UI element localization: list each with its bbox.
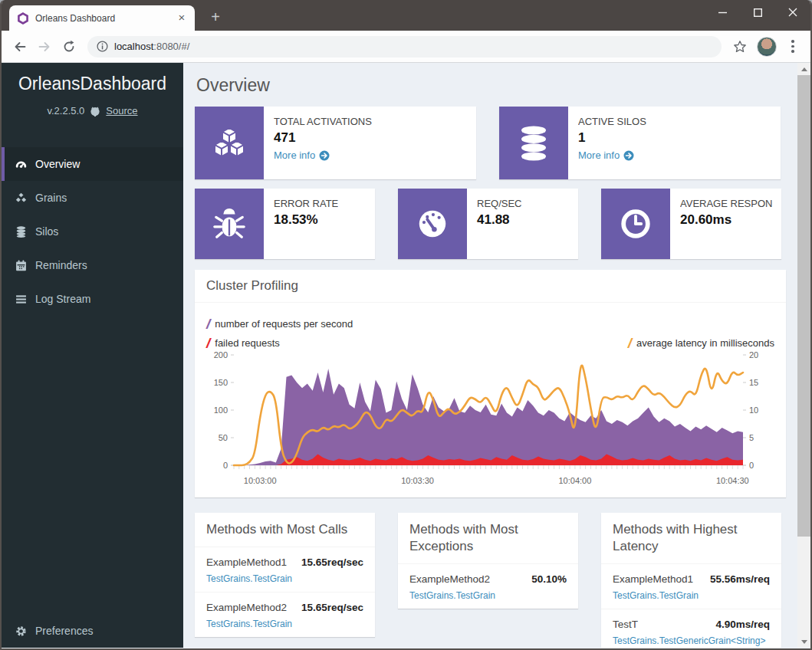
more-info-link[interactable]: More info xyxy=(578,149,646,161)
sidebar-item-label: Grains xyxy=(35,192,67,204)
legend-requests: / number of requests per second xyxy=(206,318,774,330)
stat-label: TOTAL ACTIVATIONS xyxy=(274,116,372,127)
page-scrollbar[interactable] xyxy=(797,63,810,648)
profile-avatar[interactable] xyxy=(757,37,777,57)
browser-toolbar: localhost:8080/#/ xyxy=(2,31,810,63)
stat-card-active-silos: ACTIVE SILOS 1 More info xyxy=(499,107,781,179)
method-entry: ExampleMethod250.10% TestGrains.TestGrai… xyxy=(398,564,578,609)
grain-link[interactable]: TestGrains.TestGrain xyxy=(409,590,567,601)
scrollbar-thumb[interactable] xyxy=(797,75,810,537)
svg-text:0: 0 xyxy=(749,461,754,470)
forward-button[interactable] xyxy=(32,34,57,59)
stat-card-body: AVERAGE RESPON... 20.60ms xyxy=(670,189,781,259)
method-value: 50.10% xyxy=(531,573,567,585)
clock-icon xyxy=(618,206,653,241)
stat-icon-box xyxy=(499,107,568,179)
sidebar-item-label: Overview xyxy=(35,158,80,170)
stat-row-2: ERROR RATE 18.53% xyxy=(195,189,786,259)
panel-title: Cluster Profiling xyxy=(195,270,786,303)
more-info-label: More info xyxy=(578,149,620,161)
forward-arrow-icon xyxy=(38,40,51,54)
app-root: OrleansDashboard v.2.2.5.0 Source xyxy=(2,63,810,648)
stat-card-average-response: AVERAGE RESPON... 20.60ms xyxy=(601,189,781,259)
reload-icon xyxy=(62,40,76,54)
gear-icon xyxy=(15,625,27,637)
tab-close-icon[interactable]: × xyxy=(175,11,189,25)
tab-title: Orleans Dashboard xyxy=(35,13,175,24)
arrow-circle-right-icon xyxy=(319,150,330,161)
back-button[interactable] xyxy=(8,34,32,59)
legend-row: / failed requests / average latency in m… xyxy=(206,337,774,349)
legend-label: average latency in milliseconds xyxy=(636,337,774,349)
database-icon xyxy=(15,226,27,238)
sidebar-item-label: Log Stream xyxy=(35,293,90,305)
stat-icon-box xyxy=(195,107,264,179)
stat-card-req-sec: REQ/SEC 41.88 xyxy=(398,189,578,259)
stat-label: ACTIVE SILOS xyxy=(578,116,646,127)
address-bar[interactable]: localhost:8080/#/ xyxy=(87,36,722,57)
legend-swatch-orange: / xyxy=(628,338,632,349)
star-icon xyxy=(733,40,747,54)
browser-tab[interactable]: Orleans Dashboard × xyxy=(9,5,195,31)
cluster-profiling-chart: 0501001502000510152010:03:0010:03:3010:0… xyxy=(206,350,770,487)
panel-body: / number of requests per second / failed… xyxy=(195,303,786,497)
scrollbar-up-arrow[interactable] xyxy=(797,63,810,75)
reload-button[interactable] xyxy=(57,34,81,59)
legend-latency: / average latency in milliseconds xyxy=(628,337,774,349)
sidebar-item-silos[interactable]: Silos xyxy=(2,215,183,248)
bug-icon xyxy=(212,206,247,241)
scrollbar-down-arrow[interactable] xyxy=(797,635,810,648)
browser-window: Orleans Dashboard × + xyxy=(0,0,812,650)
bookmark-button[interactable] xyxy=(728,34,752,59)
source-link[interactable]: Source xyxy=(106,105,137,117)
maximize-button[interactable] xyxy=(740,0,775,25)
svg-text:200: 200 xyxy=(214,350,228,359)
grain-link[interactable]: TestGrains.TestGrain xyxy=(613,590,770,601)
sidebar-item-reminders[interactable]: Reminders xyxy=(2,248,183,282)
calendar-icon xyxy=(15,260,27,271)
svg-text:50: 50 xyxy=(219,433,228,442)
minimize-button[interactable] xyxy=(705,0,740,25)
close-button[interactable] xyxy=(775,0,810,25)
close-icon xyxy=(788,8,797,17)
new-tab-button[interactable]: + xyxy=(205,8,225,26)
list-lines-icon xyxy=(15,294,27,305)
grain-link[interactable]: TestGrains.TestGrain xyxy=(206,573,363,584)
stat-value: 18.53% xyxy=(274,212,338,228)
legend-label: number of requests per second xyxy=(215,318,353,330)
legend-row: / number of requests per second xyxy=(206,318,774,330)
sidebar: OrleansDashboard v.2.2.5.0 Source xyxy=(2,63,183,648)
stat-card-error-rate: ERROR RATE 18.53% xyxy=(195,189,375,259)
method-name: ExampleMethod2 xyxy=(206,602,287,613)
stat-label: ERROR RATE xyxy=(274,198,338,209)
method-name: ExampleMethod1 xyxy=(613,573,693,585)
method-value: 4.90ms/req xyxy=(715,619,770,630)
preferences-label: Preferences xyxy=(35,625,93,637)
sidebar-item-log-stream[interactable]: Log Stream xyxy=(2,282,183,316)
browser-menu-button[interactable] xyxy=(781,40,804,53)
url-path: :8080/#/ xyxy=(153,41,189,52)
svg-text:100: 100 xyxy=(214,405,228,415)
grain-link[interactable]: TestGrains.TestGenericGrain<String> xyxy=(613,635,770,646)
method-entry: ExampleMethod115.65req/sec TestGrains.Te… xyxy=(195,547,375,592)
app-brand: OrleansDashboard xyxy=(2,74,183,94)
dashboard-gauge-icon xyxy=(15,159,27,170)
browser-titlebar: Orleans Dashboard × + xyxy=(2,0,810,31)
method-name: ExampleMethod1 xyxy=(206,556,287,568)
svg-text:20: 20 xyxy=(749,350,758,359)
grain-link[interactable]: TestGrains.TestGrain xyxy=(206,619,363,629)
legend-swatch-red: / xyxy=(206,338,210,349)
method-value: 55.56ms/req xyxy=(710,573,770,585)
more-info-link[interactable]: More info xyxy=(274,149,372,161)
card-most-exceptions: Methods with Most Exceptions ExampleMeth… xyxy=(398,513,578,609)
sidebar-item-preferences[interactable]: Preferences xyxy=(15,625,93,637)
method-cards-row: Methods with Most Calls ExampleMethod115… xyxy=(195,513,786,648)
legend-failed: / failed requests xyxy=(206,337,280,349)
stat-value: 41.88 xyxy=(477,212,522,228)
sidebar-item-overview[interactable]: Overview xyxy=(2,147,183,181)
stat-card-body: TOTAL ACTIVATIONS 471 More info xyxy=(264,107,381,179)
card-title: Methods with Most Calls xyxy=(195,513,375,547)
svg-text:5: 5 xyxy=(749,433,754,442)
sidebar-item-grains[interactable]: Grains xyxy=(2,181,183,215)
page-info-icon[interactable] xyxy=(97,41,108,52)
